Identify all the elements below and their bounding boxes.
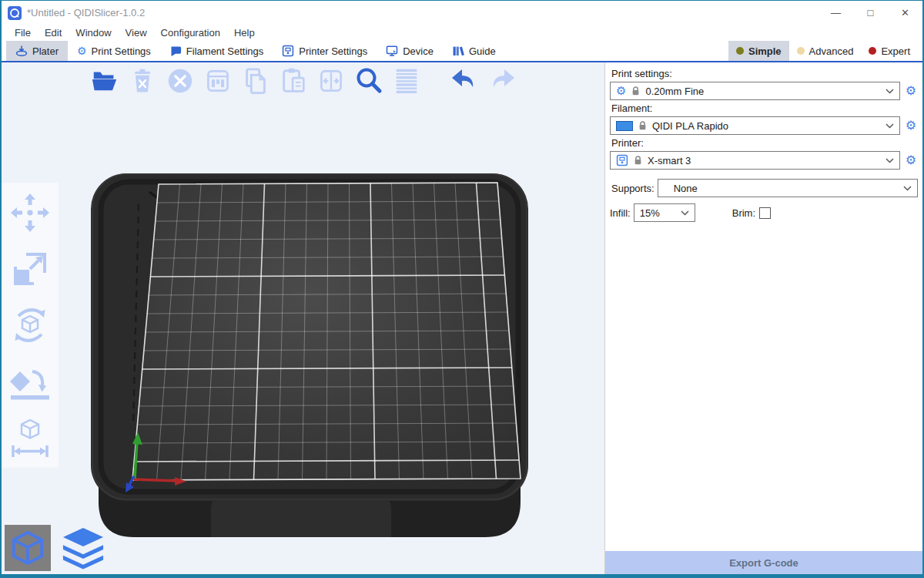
menu-file[interactable]: File xyxy=(8,27,38,39)
window-controls: — □ ✕ xyxy=(819,1,922,25)
minimize-button[interactable]: — xyxy=(819,1,853,25)
open-folder-icon xyxy=(90,66,119,96)
plater-icon xyxy=(15,45,28,57)
layers-icon xyxy=(61,526,105,570)
arrange-button[interactable] xyxy=(203,66,233,96)
trash-icon xyxy=(129,67,156,95)
supports-dropdown[interactable]: None xyxy=(658,179,918,197)
title-bar: *Untitled - QIDISlicer-1.0.2 — □ ✕ xyxy=(2,1,922,25)
filament-label: Filament: xyxy=(611,102,918,114)
lock-icon xyxy=(631,86,640,96)
menu-window[interactable]: Window xyxy=(69,27,118,39)
main-area: Print settings: ⚙ 0.20mm Fine ⚙ Filament… xyxy=(2,62,922,574)
infill-label: Infill: xyxy=(610,207,631,219)
chevron-down-icon xyxy=(903,186,912,191)
menu-view[interactable]: View xyxy=(119,27,154,39)
search-icon xyxy=(353,65,384,97)
paste-button[interactable] xyxy=(278,66,309,96)
place-on-face-tool-button[interactable] xyxy=(9,361,51,402)
mode-simple[interactable]: Simple xyxy=(728,41,789,61)
delete-button[interactable] xyxy=(127,66,158,96)
place-on-face-icon xyxy=(9,361,51,402)
app-logo-icon xyxy=(8,6,22,20)
cube-3d-icon xyxy=(8,528,48,568)
measure-tool-button[interactable] xyxy=(9,417,51,459)
layer-lines-icon xyxy=(392,66,421,96)
infill-dropdown[interactable]: 15% xyxy=(634,203,695,222)
printer-dropdown[interactable]: X-smart 3 xyxy=(610,151,900,170)
variable-layer-height-button[interactable] xyxy=(391,66,422,96)
split-view-button[interactable] xyxy=(316,66,346,96)
print-settings-label: Print settings: xyxy=(611,68,918,79)
filament-color-swatch xyxy=(616,121,633,131)
copy-button[interactable] xyxy=(240,66,271,96)
tab-print-settings[interactable]: ⚙ Print Settings xyxy=(68,41,160,61)
tab-device[interactable]: Device xyxy=(377,41,443,61)
filament-dropdown[interactable]: QIDI PLA Rapido xyxy=(610,116,900,135)
arrange-icon xyxy=(204,67,232,95)
search-button[interactable] xyxy=(353,66,384,96)
tab-plater[interactable]: Plater xyxy=(6,41,68,61)
print-settings-dropdown[interactable]: ⚙ 0.20mm Fine xyxy=(610,82,900,100)
printer-gear-button[interactable]: ⚙ xyxy=(904,154,918,166)
menu-configuration[interactable]: Configuration xyxy=(154,27,227,39)
close-button[interactable]: ✕ xyxy=(888,1,922,25)
brim-checkbox[interactable] xyxy=(759,207,771,219)
rotate-tool-button[interactable] xyxy=(9,304,51,346)
supports-value: None xyxy=(674,183,903,194)
viewport-3d[interactable] xyxy=(2,62,604,574)
copy-icon xyxy=(241,66,270,96)
printer-label: Printer: xyxy=(611,137,918,149)
view-switch xyxy=(5,525,106,571)
measure-icon xyxy=(9,417,51,459)
tab-bar: Plater ⚙ Print Settings Filament Setting… xyxy=(2,41,922,62)
print-settings-gear-button[interactable]: ⚙ xyxy=(904,85,918,97)
delete-all-button[interactable] xyxy=(165,66,196,96)
mode-expert[interactable]: Expert xyxy=(861,41,918,61)
split-view-icon xyxy=(317,67,345,95)
paste-icon xyxy=(279,66,308,96)
simple-mode-dot xyxy=(736,47,744,55)
menu-help[interactable]: Help xyxy=(227,27,262,39)
filament-gear-button[interactable]: ⚙ xyxy=(904,119,918,132)
infill-value: 15% xyxy=(640,207,681,219)
tab-label: Filament Settings xyxy=(186,45,263,57)
window-title: *Untitled - QIDISlicer-1.0.2 xyxy=(27,7,145,18)
undo-icon xyxy=(449,66,480,96)
gear-icon: ⚙ xyxy=(616,86,626,97)
export-gcode-button[interactable]: Export G-code xyxy=(605,551,922,574)
preview-layers-button[interactable] xyxy=(60,525,106,571)
tab-filament-settings[interactable]: Filament Settings xyxy=(160,41,273,61)
menu-bar: File Edit Window View Configuration Help xyxy=(2,25,922,41)
chevron-down-icon xyxy=(886,123,894,129)
printer-value: X-smart 3 xyxy=(648,155,880,166)
printer-icon xyxy=(616,154,628,166)
maximize-button[interactable]: □ xyxy=(853,1,888,25)
scale-tool-button[interactable] xyxy=(9,248,51,290)
chevron-down-icon xyxy=(886,89,894,94)
tab-label: Device xyxy=(403,45,434,57)
mode-advanced[interactable]: Advanced xyxy=(789,41,862,61)
menu-edit[interactable]: Edit xyxy=(38,27,69,39)
lock-icon xyxy=(634,155,642,166)
print-bed xyxy=(89,172,530,540)
tab-printer-settings[interactable]: Printer Settings xyxy=(273,41,377,61)
move-tool-button[interactable] xyxy=(9,192,51,234)
gizmo-toolbar xyxy=(2,183,59,468)
open-file-button[interactable] xyxy=(89,66,120,96)
mode-label: Simple xyxy=(748,45,782,57)
redo-button[interactable] xyxy=(487,66,517,96)
settings-panel: Print settings: ⚙ 0.20mm Fine ⚙ Filament… xyxy=(604,62,922,574)
tab-label: Printer Settings xyxy=(299,45,367,57)
gear-icon: ⚙ xyxy=(77,45,87,56)
print-settings-value: 0.20mm Fine xyxy=(645,86,880,97)
device-icon xyxy=(386,45,398,57)
editor-3d-view-button[interactable] xyxy=(5,525,51,571)
plater-toolbar xyxy=(89,66,517,96)
printer-icon xyxy=(282,45,294,57)
mode-group: Simple Advanced Expert xyxy=(728,41,922,61)
delete-all-icon xyxy=(166,66,195,96)
undo-button[interactable] xyxy=(449,66,480,96)
tab-guide[interactable]: Guide xyxy=(443,41,505,61)
rotate-icon xyxy=(9,304,51,346)
